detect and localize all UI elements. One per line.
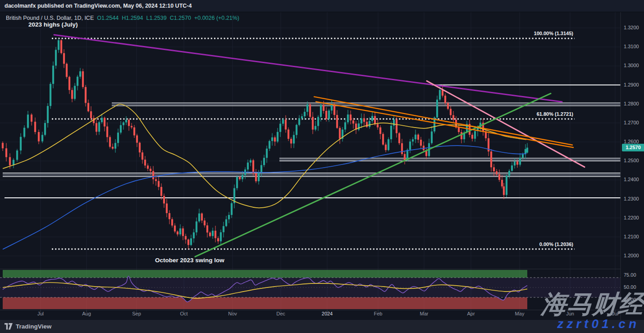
annotation-october-swing-low: October 2023 swing low [155, 257, 224, 264]
time-tick: 2024 [322, 311, 333, 316]
ohlc-change: +0.0026 (+0.21%) [194, 15, 239, 21]
time-tick: Oct [180, 311, 187, 316]
time-tick: May [515, 311, 525, 316]
tradingview-published-chart: dacolmanfx published on TradingView.com,… [0, 0, 644, 333]
publish-bar: dacolmanfx published on TradingView.com,… [0, 0, 644, 12]
price-tick: 1.2900 [624, 82, 639, 87]
price-tick: 1.2300 [624, 196, 639, 201]
ohlc-open: O1.2544 [97, 15, 119, 21]
ohlc-close: C1.2570 [170, 15, 191, 21]
time-tick: Jul [37, 311, 44, 316]
time-tick: Nov [228, 311, 237, 316]
rsi-tick: 75.00 [624, 272, 636, 278]
tradingview-logo-icon[interactable] [5, 323, 13, 330]
time-tick: Feb [374, 311, 383, 316]
price-tick: 1.2800 [624, 101, 639, 106]
price-tick: 1.2100 [624, 234, 639, 239]
price-tick: 1.2400 [624, 177, 639, 182]
fib-level-label: 100.00% (1.3145) [534, 31, 573, 36]
time-tick: Dec [276, 311, 285, 316]
price-tick: 1.2500 [624, 158, 639, 163]
price-tick: 1.3100 [624, 44, 639, 49]
price-tick: 1.3200 [624, 25, 639, 30]
fib-level-label: 61.80% (1.2721) [537, 111, 573, 117]
price-tick: 1.2700 [624, 120, 639, 125]
chart-canvas[interactable] [0, 0, 644, 333]
ohlc-high: H1.2594 [122, 15, 143, 21]
time-tick: Apr [467, 311, 475, 316]
last-price-label: 1.2570 [622, 144, 644, 151]
ohlc-low: L1.2539 [146, 15, 166, 21]
price-tick: 1.2200 [624, 215, 639, 220]
watermark-url: zzrt01.cn [557, 317, 639, 331]
symbol-title: British Pound / U.S. Dollar, 1D, ICE [6, 15, 94, 21]
price-tick: 1.2000 [624, 253, 639, 258]
annotation-2023-highs: 2023 highs (July) [28, 21, 78, 28]
time-tick: Mar [420, 311, 429, 316]
time-tick: Aug [82, 311, 91, 316]
symbol-legend[interactable]: British Pound / U.S. Dollar, 1D, ICEO1.2… [6, 15, 239, 21]
publish-line: dacolmanfx published on TradingView.com,… [5, 3, 192, 9]
tradingview-brand[interactable]: TradingView [16, 323, 51, 330]
price-tick: 1.3000 [624, 63, 639, 68]
fib-level-label: 0.00% (1.2036) [539, 242, 573, 247]
time-tick: Sep [132, 311, 141, 316]
footer-bar: TradingView [0, 320, 644, 333]
